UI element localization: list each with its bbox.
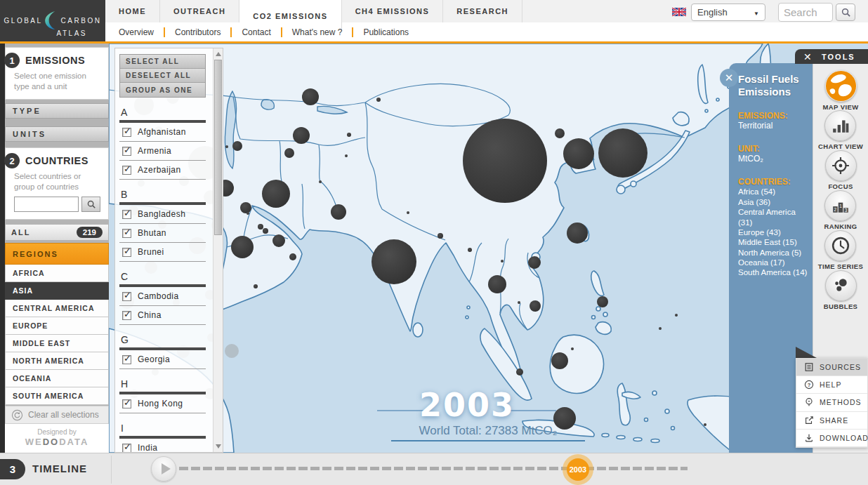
country-row-azerbaijan[interactable]: Azerbaijan [119, 161, 206, 180]
emission-bubble[interactable] [231, 236, 254, 258]
menu-item-share[interactable]: SHARE [796, 412, 867, 430]
scroll-down-arrow-icon[interactable] [216, 444, 221, 449]
checkbox-china[interactable] [122, 311, 131, 320]
menu-item-sources[interactable]: SOURCES [796, 359, 867, 376]
regions-header[interactable]: REGIONS [5, 243, 109, 265]
country-row-hong-kong[interactable]: Hong Kong [119, 394, 206, 413]
emission-bubble[interactable] [555, 128, 565, 138]
all-countries-row[interactable]: ALL 219 [5, 224, 109, 241]
emission-bubble[interactable] [488, 275, 506, 293]
country-row-armenia[interactable]: Armenia [119, 142, 206, 161]
close-summary-panel-button[interactable]: ✕ [720, 69, 738, 87]
emission-bubble[interactable] [376, 98, 381, 102]
emission-bubble[interactable] [518, 301, 520, 304]
emission-bubble[interactable] [284, 148, 294, 158]
region-item-oceania[interactable]: OCEANIA [5, 370, 109, 387]
checkbox-armenia[interactable] [122, 147, 131, 156]
region-item-middle-east[interactable]: MIDDLE EAST [5, 335, 109, 352]
country-row-afghanistan[interactable]: Afghanistan [119, 123, 206, 142]
close-tools-button[interactable]: ✕ [803, 52, 812, 62]
search-button[interactable] [836, 4, 855, 21]
emission-bubble[interactable] [597, 296, 608, 307]
global-carbon-atlas-logo[interactable]: GLOBAL CARBON ATLAS [0, 0, 105, 41]
emission-bubble[interactable] [468, 248, 472, 252]
emission-bubble[interactable] [272, 234, 285, 247]
emission-bubble[interactable] [232, 141, 242, 151]
accordion-type[interactable]: TYPE [5, 103, 109, 119]
tool-chart-view[interactable]: CHART VIEW [818, 110, 863, 150]
emission-bubble[interactable] [438, 233, 443, 239]
menu-item-methods[interactable]: METHODS [796, 394, 867, 411]
subnav-item-publications[interactable]: Publications [353, 27, 419, 37]
subnav-item-contact[interactable]: Contact [232, 27, 280, 37]
emission-bubble[interactable] [254, 284, 258, 288]
checkbox-georgia[interactable] [122, 355, 131, 364]
tab-home[interactable]: HOME [105, 0, 160, 22]
tool-ranking[interactable]: 213RANKING [824, 190, 857, 230]
emission-bubble[interactable] [302, 88, 319, 105]
country-row-brunei[interactable]: Brunei [119, 243, 206, 262]
emission-bubble[interactable] [347, 133, 351, 137]
checkbox-azerbaijan[interactable] [122, 166, 131, 175]
tab-research[interactable]: RESEARCH [443, 0, 522, 22]
emission-bubble[interactable] [262, 180, 290, 208]
region-item-africa[interactable]: AFRICA [5, 265, 109, 282]
tool-map-view[interactable]: MAP VIEW [822, 70, 858, 110]
scroll-up-arrow-icon[interactable] [216, 52, 221, 56]
checkbox-hong-kong[interactable] [122, 399, 131, 408]
button-select-all[interactable]: SELECT ALL [120, 55, 205, 69]
tool-time-series[interactable]: TIME SERIES [818, 230, 864, 270]
button-deselect-all[interactable]: DESELECT ALL [120, 69, 205, 83]
emission-bubble[interactable] [659, 327, 662, 330]
region-item-central-america[interactable]: CENTRAL AMERICA [5, 300, 109, 317]
country-list-scrollbar[interactable] [213, 48, 223, 452]
emission-bubble[interactable] [551, 352, 568, 369]
country-row-bangladesh[interactable]: Bangladesh [119, 205, 206, 224]
emission-bubble[interactable] [289, 253, 296, 260]
emission-bubble[interactable] [598, 128, 647, 178]
region-item-north-america[interactable]: NORTH AMERICA [5, 352, 109, 370]
checkbox-bangladesh[interactable] [122, 210, 131, 219]
region-item-asia[interactable]: ASIA [5, 282, 109, 300]
country-search-input[interactable] [14, 197, 79, 212]
country-row-cambodia[interactable]: Cambodia [119, 287, 206, 306]
emission-bubble[interactable] [528, 256, 541, 269]
button-group-as-one[interactable]: GROUP AS ONE [120, 83, 205, 97]
country-search-button[interactable] [81, 197, 100, 212]
emission-bubble[interactable] [567, 222, 588, 244]
emission-bubble[interactable] [704, 423, 706, 426]
emission-bubble[interactable] [501, 260, 504, 263]
language-select[interactable]: English [691, 4, 765, 21]
emission-bubble[interactable] [345, 154, 348, 157]
subnav-item-overview[interactable]: Overview [109, 27, 164, 37]
region-item-south-america[interactable]: SOUTH AMERICA [5, 387, 109, 405]
checkbox-cambodia[interactable] [122, 292, 131, 301]
timeline-track[interactable] [179, 467, 688, 470]
country-row-bhutan[interactable]: Bhutan [119, 224, 206, 243]
emission-bubble[interactable] [530, 300, 541, 312]
emission-bubble[interactable] [675, 314, 678, 317]
accordion-units[interactable]: UNITS [5, 126, 109, 142]
emission-bubble[interactable] [407, 211, 409, 214]
tab-outreach[interactable]: OUTREACH [160, 0, 239, 22]
search-input[interactable] [778, 3, 833, 22]
region-item-europe[interactable]: EUROPE [5, 317, 109, 335]
emission-bubble[interactable] [263, 228, 268, 234]
country-row-india[interactable]: India [119, 439, 206, 453]
timeline-handle[interactable]: 2003 [563, 454, 593, 485]
emission-bubble[interactable] [246, 212, 249, 215]
subnav-item-contributors[interactable]: Contributors [165, 27, 230, 37]
emission-bubble[interactable] [371, 239, 416, 284]
emission-bubble[interactable] [258, 224, 263, 230]
emission-bubble[interactable] [571, 347, 574, 350]
emission-bubble[interactable] [516, 368, 523, 376]
subnav-item-what-s-new[interactable]: What's new ? [282, 27, 353, 37]
tool-bubbles[interactable]: BUBBLES [824, 270, 858, 310]
wedodata-logo[interactable]: WEDODATA [5, 437, 109, 447]
emission-bubble[interactable] [319, 180, 322, 183]
country-row-georgia[interactable]: Georgia [119, 350, 206, 369]
emission-bubble[interactable] [563, 138, 594, 169]
emission-bubble[interactable] [331, 204, 346, 220]
menu-item-download[interactable]: DOWNLOAD [796, 430, 867, 447]
checkbox-afghanistan[interactable] [122, 128, 131, 137]
